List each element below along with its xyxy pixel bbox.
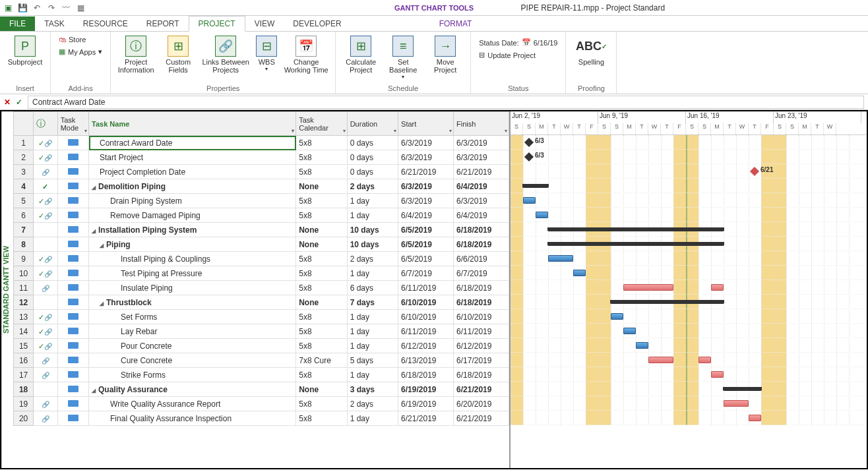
finish-cell[interactable]: 6/21/2019: [454, 411, 509, 426]
task-name-cell[interactable]: Drain Piping System: [89, 194, 296, 208]
row-number[interactable]: 6: [14, 208, 34, 223]
calendar-icon[interactable]: ▦: [75, 3, 86, 13]
task-bar[interactable]: [523, 197, 536, 204]
duration-cell[interactable]: 7 days: [347, 295, 398, 310]
gantt-row[interactable]: [511, 208, 867, 222]
start-cell[interactable]: 6/3/2019: [398, 179, 454, 194]
start-cell[interactable]: 6/3/2019: [398, 194, 454, 208]
duration-cell[interactable]: 10 days: [347, 237, 398, 252]
wbs-button[interactable]: ⊟WBS▾: [253, 34, 280, 73]
tab-report[interactable]: REPORT: [137, 16, 189, 31]
gantt-row[interactable]: [511, 396, 867, 411]
gantt-row[interactable]: 6/21: [511, 164, 867, 179]
task-row[interactable]: 7 Installation Piping System None 10 day…: [14, 223, 509, 237]
task-row[interactable]: 15 ✓🔗 Pour Concrete 5x8 1 day 6/12/2019 …: [14, 339, 509, 353]
duration-cell[interactable]: 2 days: [347, 179, 398, 194]
duration-cell[interactable]: 0 days: [347, 150, 398, 165]
task-mode-cell[interactable]: [57, 208, 88, 223]
calendar-cell[interactable]: 5x8: [296, 411, 347, 426]
task-name-cell[interactable]: Lay Rebar: [89, 324, 296, 339]
start-cell[interactable]: 6/19/2019: [398, 382, 454, 397]
calendar-cell[interactable]: 5x8: [296, 208, 347, 223]
start-cell[interactable]: 6/18/2019: [398, 368, 454, 382]
task-name-cell[interactable]: Project Completion Date: [89, 165, 296, 179]
duration-cell[interactable]: 2 days: [347, 252, 398, 266]
task-mode-cell[interactable]: [57, 194, 88, 208]
task-name-cell[interactable]: Strike Forms: [89, 368, 296, 382]
task-mode-cell[interactable]: [57, 252, 88, 266]
start-cell[interactable]: 6/19/2019: [398, 397, 454, 411]
row-number[interactable]: 9: [14, 252, 34, 266]
spelling-button[interactable]: ABC✓Spelling: [571, 34, 611, 67]
task-name-cell[interactable]: Cure Concrete: [89, 353, 296, 368]
start-cell[interactable]: 6/5/2019: [398, 237, 454, 252]
row-number[interactable]: 18: [14, 382, 34, 397]
col-task-mode[interactable]: Task Mode▾: [57, 112, 88, 136]
custom-fields-button[interactable]: ⊞Custom Fields: [158, 34, 198, 75]
duration-cell[interactable]: 1 day: [347, 266, 398, 281]
calendar-cell[interactable]: None: [296, 223, 347, 237]
row-number[interactable]: 13: [14, 310, 34, 324]
finish-cell[interactable]: 6/20/2019: [454, 397, 509, 411]
summary-bar[interactable]: [548, 242, 724, 246]
task-name-cell[interactable]: Final Quality Assurance Inspection: [89, 411, 296, 426]
task-mode-cell[interactable]: [57, 295, 88, 310]
finish-cell[interactable]: 6/18/2019: [454, 237, 509, 252]
start-cell[interactable]: 6/21/2019: [398, 411, 454, 426]
finish-cell[interactable]: 6/12/2019: [454, 339, 509, 353]
task-row[interactable]: 2 ✓🔗 Start Project 5x8 0 days 6/3/2019 6…: [14, 150, 509, 165]
task-row[interactable]: 3 🔗 Project Completion Date 5x8 0 days 6…: [14, 165, 509, 179]
task-name-cell[interactable]: Quality Assurance: [89, 382, 296, 397]
set-baseline-button[interactable]: ≡Set Baseline▾: [383, 34, 423, 81]
task-grid[interactable]: ⓘ Task Mode▾ Task Name▾ Task Calendar▾ D…: [13, 111, 509, 468]
calendar-cell[interactable]: 5x8: [296, 136, 347, 150]
row-number[interactable]: 17: [14, 368, 34, 382]
gantt-chart[interactable]: Jun 2, '19Jun 9, '19Jun 16, '19Jun 23, '…: [509, 111, 867, 468]
task-row[interactable]: 9 ✓🔗 Install Piping & Couplings 5x8 2 da…: [14, 252, 509, 266]
start-cell[interactable]: 6/13/2019: [398, 353, 454, 368]
task-mode-cell[interactable]: [57, 353, 88, 368]
start-cell[interactable]: 6/12/2019: [398, 339, 454, 353]
milestone[interactable]: [524, 152, 534, 162]
start-cell[interactable]: 6/10/2019: [398, 295, 454, 310]
task-row[interactable]: 12 Thrustblock None 7 days 6/10/2019 6/1…: [14, 295, 509, 310]
undo-icon[interactable]: ↶: [32, 3, 42, 13]
tab-task[interactable]: TASK: [35, 16, 73, 31]
milestone[interactable]: [750, 167, 759, 176]
task-mode-cell[interactable]: [57, 397, 88, 411]
duration-cell[interactable]: 1 day: [347, 194, 398, 208]
task-row[interactable]: 16 🔗 Cure Concrete 7x8 Cure 5 days 6/13/…: [14, 353, 509, 368]
row-number[interactable]: 2: [14, 150, 34, 165]
duration-cell[interactable]: 1 day: [347, 324, 398, 339]
col-task-calendar[interactable]: Task Calendar▾: [296, 112, 347, 136]
task-bar[interactable]: [711, 284, 724, 291]
col-start[interactable]: Start▾: [398, 112, 454, 136]
task-row[interactable]: 18 Quality Assurance None 3 days 6/19/20…: [14, 382, 509, 397]
task-bar[interactable]: [724, 400, 749, 407]
task-mode-cell[interactable]: [57, 411, 88, 426]
tab-project[interactable]: PROJECT: [189, 16, 245, 32]
task-name-cell[interactable]: Insulate Piping: [89, 281, 296, 295]
duration-cell[interactable]: 1 day: [347, 208, 398, 223]
gantt-row[interactable]: 6/3: [511, 150, 867, 164]
finish-cell[interactable]: 6/18/2019: [454, 281, 509, 295]
calendar-cell[interactable]: 5x8: [296, 368, 347, 382]
my-apps-button[interactable]: ▦My Apps ▾: [56, 46, 105, 57]
task-bar[interactable]: [698, 357, 711, 363]
task-bar[interactable]: [648, 357, 673, 363]
finish-cell[interactable]: 6/3/2019: [454, 136, 509, 150]
col-finish[interactable]: Finish▾: [454, 112, 509, 136]
calendar-cell[interactable]: 5x8: [296, 165, 347, 179]
update-project-button[interactable]: ⊟Update Project: [476, 49, 560, 61]
task-bar[interactable]: [536, 212, 548, 218]
chart-icon[interactable]: 〰: [61, 3, 71, 13]
task-name-cell[interactable]: Remove Damaged Piping: [89, 208, 296, 223]
finish-cell[interactable]: 6/17/2019: [454, 353, 509, 368]
duration-cell[interactable]: 2 days: [347, 397, 398, 411]
duration-cell[interactable]: 0 days: [347, 165, 398, 179]
task-name-cell[interactable]: Installation Piping System: [89, 223, 296, 237]
finish-cell[interactable]: 6/4/2019: [454, 179, 509, 194]
gantt-row[interactable]: [511, 367, 867, 382]
task-mode-cell[interactable]: [57, 165, 88, 179]
summary-bar[interactable]: [724, 387, 761, 391]
